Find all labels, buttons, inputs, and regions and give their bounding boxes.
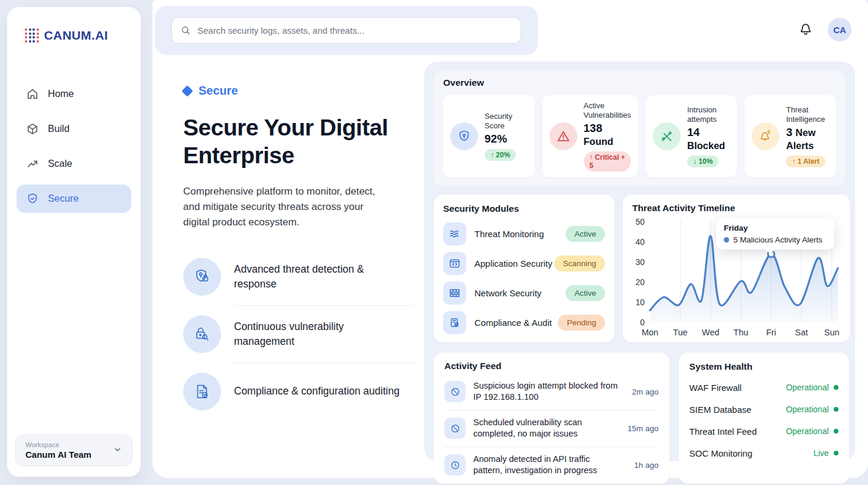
tooltip-title: Friday — [724, 224, 827, 232]
status-badge: Pending — [558, 315, 605, 331]
series-dot-icon — [724, 237, 729, 242]
firewall-brick-icon — [443, 282, 466, 305]
module-row-threat-monitoring[interactable]: Threat Monitoring Active — [443, 222, 605, 245]
stat-value: 138 — [584, 122, 603, 134]
diamond-icon — [181, 85, 193, 97]
status-dot-icon — [834, 407, 838, 412]
sidebar-item-label: Home — [48, 88, 74, 99]
brand-logo[interactable]: CANUM.AI — [17, 28, 131, 43]
crossed-swords-icon — [653, 122, 681, 150]
module-row-compliance-audit[interactable]: Compliance & Audit Pending — [443, 311, 605, 334]
health-status: Operational — [786, 426, 828, 436]
health-status: Live — [814, 448, 829, 458]
sidebar-item-home[interactable]: Home — [17, 80, 131, 108]
activity-text: Suspicious login attempt blocked from IP… — [473, 380, 620, 403]
feature-item: Advanced threat detection & response — [183, 248, 414, 305]
stat-card-threat-intel[interactable]: Threat Intelligence 3 New Alerts ↑ 1 Ale… — [745, 95, 836, 177]
workspace-label: Workspace — [25, 441, 92, 448]
module-row-network-security[interactable]: Network Security Active — [443, 282, 605, 305]
stat-delta-badge: ↓ 10% — [687, 156, 719, 167]
search-icon — [180, 25, 191, 36]
sidebar-item-secure[interactable]: Secure — [17, 185, 131, 213]
threat-timeline-card: Threat Activity Timeline 01020304050MonT… — [623, 195, 850, 342]
feature-text: Continuous vulnerability management — [234, 319, 401, 348]
health-status: Operational — [786, 383, 828, 392]
stat-value: 92% — [485, 132, 507, 145]
stat-delta-badge: ↑ Critical + 5 — [584, 151, 631, 172]
health-row-intel-feed: Threat Intel Feed Operational — [690, 421, 838, 442]
activity-item[interactable]: Scheduled vulnerability scan completed, … — [444, 410, 659, 447]
history-clock-icon — [444, 454, 466, 476]
search-input[interactable] — [197, 25, 512, 35]
activity-item[interactable]: Suspicious login attempt blocked from IP… — [444, 374, 659, 410]
activity-item[interactable]: Anomaly detected in API traffic pattern,… — [444, 447, 659, 483]
health-status: Operational — [786, 405, 828, 414]
sidebar-item-build[interactable]: Build — [17, 115, 131, 143]
sidebar: CANUM.AI Home Build Scale Secure Workspa… — [7, 7, 141, 477]
workspace-selector[interactable]: Workspace Canum AI Team — [15, 435, 132, 466]
page-title: Secure Your Digital Enterprise — [183, 114, 396, 170]
activity-time: 15m ago — [628, 424, 659, 433]
activity-feed-card: Activity Feed Suspicious login attempt b… — [434, 353, 669, 484]
svg-text:Thu: Thu — [733, 328, 748, 337]
trend-up-icon — [26, 157, 39, 170]
workspace-value: Canum AI Team — [25, 450, 92, 460]
status-dot-icon — [834, 451, 838, 455]
bell-icon — [798, 22, 813, 37]
security-modules-card: Security Modules Threat Monitoring Activ… — [434, 195, 615, 342]
page-description: Comprehensive platform to monitor, detec… — [183, 184, 389, 231]
stat-value: 14 — [687, 126, 700, 138]
sidebar-item-label: Scale — [48, 158, 72, 169]
stats-row: Security Score 92% ↑ 20% Active Vulnerab… — [443, 95, 836, 177]
stat-card-intrusions[interactable]: Intrusion attempts 14 Blocked ↓ 10% — [646, 95, 737, 177]
stat-label: Threat Intelligence — [786, 105, 829, 125]
sidebar-item-label: Secure — [48, 193, 79, 204]
clipboard-check-icon — [443, 311, 466, 334]
logo-dots-icon — [25, 28, 40, 43]
health-row-soc: SOC Monitoring Live — [690, 442, 838, 464]
stat-delta-badge: ↑ 20% — [485, 149, 516, 161]
stat-label: Active Vulnerabilities — [584, 101, 631, 121]
avatar[interactable]: CA — [828, 18, 851, 41]
hero-badge: Secure — [183, 84, 420, 98]
stat-card-security-score[interactable]: Security Score 92% ↑ 20% — [443, 95, 535, 177]
stat-card-vulnerabilities[interactable]: Active Vulnerabilities 138 Found ↑ Criti… — [542, 95, 638, 177]
module-row-application-security[interactable]: Application Security Scanning — [443, 252, 605, 275]
sidebar-nav: Home Build Scale Secure — [17, 80, 131, 213]
bell-ring-icon — [752, 122, 779, 150]
status-dot-icon — [834, 385, 838, 390]
lock-search-icon — [183, 315, 221, 353]
chart-tooltip: Friday 5 Malicious Activity Alerts — [716, 218, 834, 250]
dashboard-panel: Overview Security Score 92% ↑ 20% — [424, 62, 855, 461]
chevron-down-icon — [113, 445, 122, 457]
svg-text:Mon: Mon — [642, 328, 658, 337]
svg-text:40: 40 — [635, 237, 645, 247]
stat-label: Security Score — [485, 112, 528, 131]
svg-text:Wed: Wed — [702, 328, 720, 337]
health-row-waf: WAF Firewall Operational — [690, 377, 838, 399]
module-name: Threat Monitoring — [474, 229, 565, 239]
search-box[interactable] — [171, 17, 521, 44]
activity-text: Scheduled vulnerability scan completed, … — [473, 417, 620, 440]
health-row-siem: SIEM Database Operational — [690, 399, 838, 421]
shield-icon — [26, 192, 39, 205]
timeline-title: Threat Activity Timeline — [632, 203, 841, 214]
status-dot-icon — [834, 429, 838, 434]
activity-time: 2m ago — [632, 387, 659, 396]
main-content: CA Secure Secure Your Digital Enterprise… — [152, 0, 868, 478]
status-badge: Scanning — [554, 256, 605, 271]
ban-icon — [444, 418, 466, 439]
svg-text:Sat: Sat — [795, 328, 808, 337]
notifications-button[interactable] — [798, 22, 814, 37]
brand-name: CANUM.AI — [44, 28, 108, 43]
waves-icon — [443, 222, 466, 245]
cube-icon — [26, 122, 39, 135]
stat-delta-badge: ↑ 1 Alert — [786, 156, 825, 167]
document-check-icon — [183, 373, 221, 410]
shield-lock-icon — [183, 258, 221, 296]
stat-suffix: Blocked — [687, 140, 725, 151]
module-name: Application Security — [474, 258, 554, 269]
status-badge: Active — [565, 226, 605, 242]
svg-text:0: 0 — [640, 318, 645, 327]
sidebar-item-scale[interactable]: Scale — [17, 150, 131, 178]
